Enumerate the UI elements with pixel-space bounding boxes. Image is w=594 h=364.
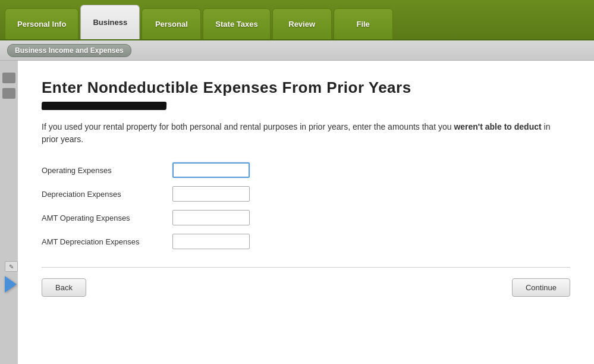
depreciation-expenses-label: Depreciation Expenses bbox=[42, 190, 172, 199]
breadcrumb-bar: Business Income and Expenses bbox=[0, 40, 594, 61]
tab-personal[interactable]: Personal bbox=[142, 8, 201, 39]
tab-review[interactable]: Review bbox=[272, 8, 332, 39]
form-row-amt-depreciation: AMT Depreciation Expenses bbox=[42, 234, 570, 249]
nav-bar: Personal Info Business Personal State Ta… bbox=[0, 0, 594, 40]
form-section: Operating Expenses Depreciation Expenses… bbox=[42, 162, 570, 249]
depreciation-expenses-input[interactable] bbox=[172, 186, 250, 202]
tab-business[interactable]: Business bbox=[80, 5, 140, 39]
button-row: Back Continue bbox=[42, 278, 570, 297]
back-button[interactable]: Back bbox=[42, 278, 86, 297]
edit-icon: ✎ bbox=[5, 261, 18, 272]
form-row-depreciation: Depreciation Expenses bbox=[42, 186, 570, 202]
tab-file[interactable]: File bbox=[334, 8, 393, 39]
breadcrumb[interactable]: Business Income and Expenses bbox=[7, 44, 131, 57]
form-row-amt-operating: AMT Operating Expenses bbox=[42, 210, 570, 225]
operating-expenses-label: Operating Expenses bbox=[42, 166, 172, 175]
tab-personal-info[interactable]: Personal Info bbox=[5, 8, 78, 39]
main-content: ✎ Enter Nondeductible Expenses From Prio… bbox=[0, 61, 594, 364]
sidebar-block-1 bbox=[2, 73, 15, 83]
left-sidebar bbox=[0, 61, 18, 364]
amt-operating-expenses-input[interactable] bbox=[172, 210, 250, 225]
description-text: If you used your rental property for bot… bbox=[42, 121, 553, 146]
amt-depreciation-expenses-input[interactable] bbox=[172, 234, 250, 249]
operating-expenses-input[interactable] bbox=[172, 162, 250, 178]
divider bbox=[42, 267, 570, 268]
tab-state-taxes[interactable]: State Taxes bbox=[203, 8, 270, 39]
content-area: Enter Nondeductible Expenses From Prior … bbox=[42, 79, 570, 297]
form-row-operating: Operating Expenses bbox=[42, 162, 570, 178]
amt-operating-expenses-label: AMT Operating Expenses bbox=[42, 214, 172, 222]
nav-arrow-icon bbox=[5, 276, 17, 293]
amt-depreciation-expenses-label: AMT Depreciation Expenses bbox=[42, 237, 172, 246]
page-title: Enter Nondeductible Expenses From Prior … bbox=[42, 79, 570, 97]
continue-button[interactable]: Continue bbox=[512, 278, 570, 297]
redaction-bar bbox=[42, 102, 166, 110]
sidebar-block-2 bbox=[2, 88, 15, 99]
